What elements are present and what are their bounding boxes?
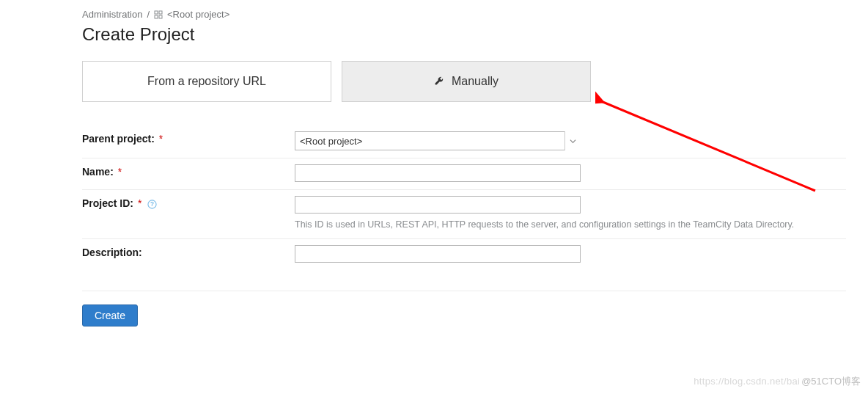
tab-repo-label: From a repository URL xyxy=(147,75,266,88)
name-label-text: Name: xyxy=(82,166,114,178)
parent-project-select[interactable] xyxy=(295,131,581,150)
name-input[interactable] xyxy=(295,164,581,182)
projects-grid-icon xyxy=(154,10,163,19)
svg-rect-0 xyxy=(155,11,158,14)
project-id-input[interactable] xyxy=(295,196,581,214)
parent-project-select-input[interactable] xyxy=(295,131,581,150)
breadcrumb: Administration / <Root project> xyxy=(82,9,846,20)
create-project-form: Parent project: * Name: * xyxy=(82,131,846,326)
label-name: Name: * xyxy=(82,164,295,178)
tab-manual-label: Manually xyxy=(452,75,499,88)
create-mode-tabs: From a repository URL Manually xyxy=(82,61,846,102)
breadcrumb-admin-link[interactable]: Administration xyxy=(82,9,142,20)
row-name: Name: * xyxy=(82,158,846,189)
watermark: https://blog.csdn.net/bai @51CTO博客 xyxy=(694,375,861,388)
required-marker: * xyxy=(159,133,163,145)
required-marker: * xyxy=(118,166,122,178)
wrench-icon xyxy=(434,76,444,87)
watermark-part2: @51CTO博客 xyxy=(801,375,861,388)
description-input[interactable] xyxy=(295,245,581,263)
actions-row: Create xyxy=(82,291,846,326)
project-id-label-text: Project ID: xyxy=(82,197,133,209)
breadcrumb-separator: / xyxy=(147,9,150,20)
tab-from-repository-url[interactable]: From a repository URL xyxy=(82,61,331,102)
parent-label-text: Parent project: xyxy=(82,133,155,145)
svg-rect-1 xyxy=(159,11,162,14)
page-title: Create Project xyxy=(82,24,846,45)
row-parent-project: Parent project: * xyxy=(82,131,846,158)
row-description: Description: xyxy=(82,238,846,270)
watermark-part1: https://blog.csdn.net/bai xyxy=(694,376,800,387)
project-id-help-text: This ID is used in URLs, REST API, HTTP … xyxy=(295,218,837,231)
label-project-id: Project ID: * ? xyxy=(82,196,295,209)
label-description: Description: xyxy=(82,245,295,258)
tab-manually[interactable]: Manually xyxy=(342,61,591,102)
required-marker: * xyxy=(138,197,141,209)
row-project-id: Project ID: * ? This ID is used in URLs,… xyxy=(82,189,846,238)
help-icon[interactable]: ? xyxy=(147,200,157,209)
label-parent-project: Parent project: * xyxy=(82,131,295,145)
svg-rect-2 xyxy=(155,15,158,18)
svg-rect-3 xyxy=(159,15,162,18)
breadcrumb-root-link[interactable]: <Root project> xyxy=(167,9,229,20)
description-label-text: Description: xyxy=(82,247,142,258)
svg-text:?: ? xyxy=(150,200,154,208)
create-button[interactable]: Create xyxy=(82,304,138,326)
